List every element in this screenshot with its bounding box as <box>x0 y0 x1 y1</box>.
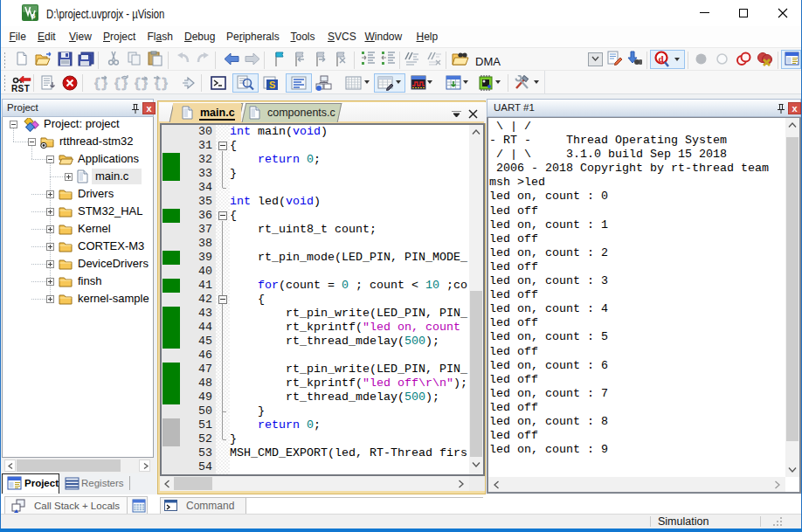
svg-text:{}: {} <box>93 77 108 91</box>
svg-text:5: 5 <box>31 12 36 20</box>
svg-text:{}: {} <box>114 77 128 91</box>
svg-text:{}: {} <box>154 77 169 91</box>
svg-text:d: d <box>659 53 664 64</box>
svg-text:S: S <box>269 79 275 90</box>
